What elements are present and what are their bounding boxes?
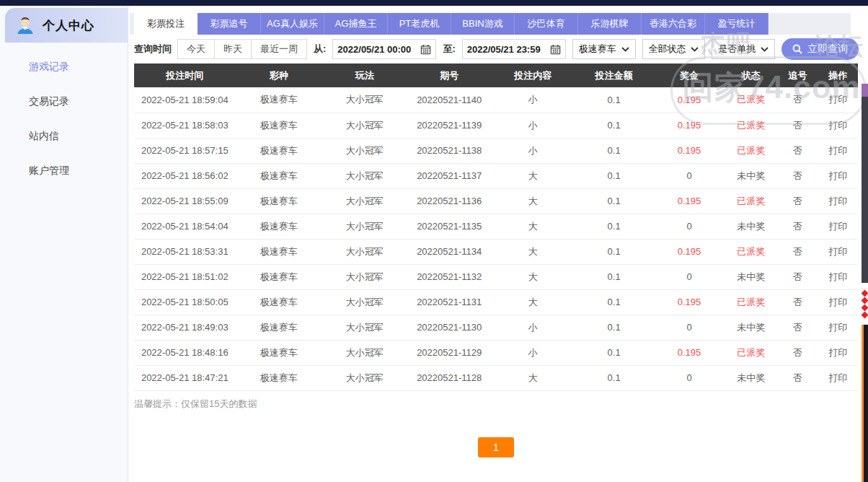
cell-action[interactable]: 打印: [818, 163, 858, 188]
table-row: 2022-05-21 18:51:02极速赛车大小冠军20220521-1132…: [134, 264, 858, 289]
cell-action[interactable]: 打印: [818, 365, 858, 390]
strip-dark-segment[interactable]: [862, 97, 868, 283]
sidebar-item-1[interactable]: 游戏记录: [0, 49, 128, 84]
cell-status: 未中奖: [725, 163, 777, 188]
column-header: 玩法: [322, 63, 407, 87]
cell-prize: 0.195: [654, 289, 725, 315]
cell-amount: 0.1: [574, 214, 653, 239]
cell-prize: 0.195: [654, 340, 725, 365]
tab-2[interactable]: 彩票追号: [198, 13, 261, 35]
cell-play: 大小冠军: [322, 264, 407, 289]
cell-amount: 0.1: [574, 113, 653, 138]
cell-action[interactable]: 打印: [818, 188, 858, 214]
cell-amount: 0.1: [574, 87, 653, 113]
cell-content: 小: [492, 113, 574, 138]
search-button[interactable]: 立即查询: [781, 38, 859, 60]
sidebar-header: 个人中心: [5, 8, 128, 43]
tab-1[interactable]: 彩票投注: [134, 13, 198, 35]
cell-chase: 否: [777, 264, 818, 289]
tab-4[interactable]: AG捕鱼王: [324, 13, 388, 35]
to-date-input[interactable]: [462, 39, 566, 59]
tab-8[interactable]: 乐游棋牌: [578, 13, 642, 35]
cell-play: 大小冠军: [322, 214, 407, 239]
column-header: 彩种: [236, 63, 322, 87]
table-row: 2022-05-21 18:55:09极速赛车大小冠军20220521-1136…: [134, 188, 858, 214]
cell-action[interactable]: 打印: [818, 315, 858, 340]
sidebar-item-2[interactable]: 交易记录: [0, 84, 128, 118]
chevron-down-icon: [691, 47, 699, 52]
cell-issue: 20220521-1140: [407, 87, 491, 113]
cell-amount: 0.1: [574, 138, 653, 163]
table-header-row: 投注时间彩种玩法期号投注内容投注金额奖金状态追号操作: [134, 63, 858, 87]
page-button-1[interactable]: 1: [478, 437, 514, 457]
cell-issue: 20220521-1132: [407, 264, 491, 289]
tab-bar: 彩票投注彩票追号AG真人娱乐AG捕鱼王PT老虎机BBIN游戏沙巴体育乐游棋牌香港…: [130, 13, 851, 35]
sidebar-item-3[interactable]: 站内信: [0, 118, 128, 153]
cell-action[interactable]: 打印: [818, 264, 858, 289]
table-row: 2022-05-21 18:57:15极速赛车大小冠军20220521-1138…: [134, 138, 858, 163]
tab-3[interactable]: AG真人娱乐: [261, 13, 324, 35]
cell-prize: 0: [654, 365, 725, 390]
from-date-input[interactable]: [332, 39, 436, 59]
cell-amount: 0.1: [574, 365, 653, 390]
quick-range-button-3[interactable]: 最近一周: [251, 39, 307, 59]
cell-play: 大小冠军: [322, 113, 407, 138]
cell-issue: 20220521-1135: [407, 214, 491, 239]
bet-records-table: 投注时间彩种玩法期号投注内容投注金额奖金状态追号操作 2022-05-21 18…: [134, 63, 858, 391]
cell-action[interactable]: 打印: [818, 138, 858, 163]
cell-prize: 0: [654, 315, 725, 340]
calendar-icon[interactable]: [420, 44, 431, 55]
cell-time: 2022-05-21 18:51:02: [134, 264, 236, 289]
column-header: 投注内容: [492, 63, 574, 87]
tab-6[interactable]: BBIN游戏: [451, 13, 515, 35]
cell-issue: 20220521-1139: [407, 113, 491, 138]
cell-action[interactable]: 打印: [818, 239, 858, 264]
lottery-select-value: 极速赛车: [579, 43, 616, 56]
calendar-icon[interactable]: [550, 44, 561, 55]
cell-amount: 0.1: [574, 264, 653, 289]
to-date-value[interactable]: [467, 44, 548, 55]
sidebar-item-4[interactable]: 账户管理: [0, 153, 128, 188]
cell-time: 2022-05-21 18:59:04: [134, 87, 236, 113]
cell-amount: 0.1: [574, 289, 653, 315]
from-date-value[interactable]: [337, 44, 418, 55]
cell-time: 2022-05-21 18:50:05: [134, 289, 236, 315]
user-avatar-icon: [15, 15, 35, 35]
column-header: 状态: [725, 63, 777, 87]
cell-play: 大小冠军: [322, 188, 407, 214]
cell-issue: 20220521-1136: [407, 188, 491, 214]
cell-action[interactable]: 打印: [818, 87, 858, 113]
cell-play: 大小冠军: [322, 239, 407, 264]
cell-content: 大: [492, 289, 574, 315]
cell-time: 2022-05-21 18:57:15: [134, 138, 236, 163]
cell-action[interactable]: 打印: [818, 113, 858, 138]
single-pick-select[interactable]: 是否单挑: [712, 39, 775, 59]
strip-purple-segment[interactable]: [862, 84, 868, 97]
cell-lottery: 极速赛车: [236, 315, 322, 340]
cell-lottery: 极速赛车: [236, 365, 322, 390]
cell-chase: 否: [777, 113, 818, 138]
tab-10[interactable]: 盈亏统计: [705, 13, 769, 35]
cell-prize: 0.195: [654, 188, 725, 214]
chevron-down-icon: [621, 47, 629, 52]
cell-action[interactable]: 打印: [818, 289, 858, 315]
cell-lottery: 极速赛车: [236, 289, 322, 315]
tab-5[interactable]: PT老虎机: [388, 13, 451, 35]
cell-issue: 20220521-1129: [407, 340, 491, 365]
tab-9[interactable]: 香港六合彩: [642, 13, 705, 35]
cell-amount: 0.1: [574, 239, 653, 264]
lottery-select[interactable]: 极速赛车: [572, 39, 636, 59]
status-select[interactable]: 全部状态: [642, 39, 706, 59]
quick-range-button-2[interactable]: 昨天: [214, 39, 252, 59]
cell-prize: 0.195: [654, 113, 725, 138]
cell-status: 已派奖: [725, 239, 777, 264]
retention-notice: 温馨提示：仅保留15天的数据: [134, 398, 257, 411]
cell-lottery: 极速赛车: [236, 163, 322, 188]
cell-action[interactable]: 打印: [818, 214, 858, 239]
quick-range-button-1[interactable]: 今天: [177, 39, 215, 59]
tab-7[interactable]: 沙巴体育: [515, 13, 578, 35]
cell-action[interactable]: 打印: [818, 340, 858, 365]
cell-lottery: 极速赛车: [236, 239, 322, 264]
side-float-strip[interactable]: [862, 84, 868, 482]
strip-bottom-segment[interactable]: [862, 325, 868, 482]
